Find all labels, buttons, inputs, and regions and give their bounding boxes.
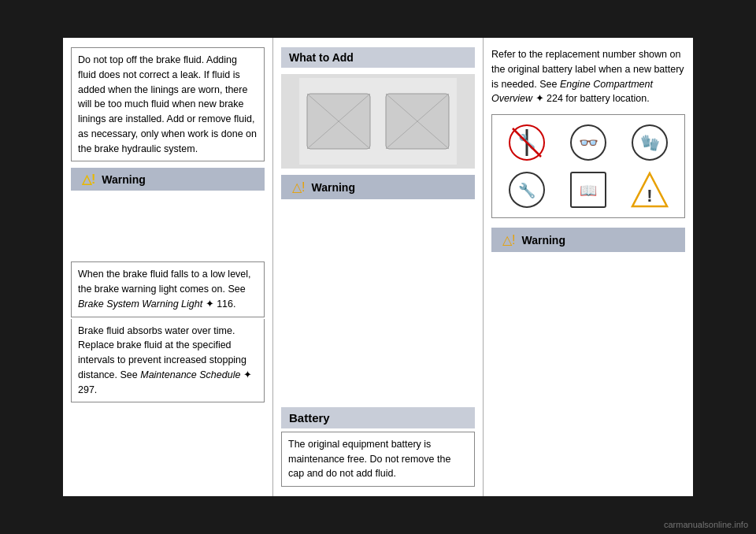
brake-absorbs-text: Brake fluid absorbs water over time. Rep… — [71, 319, 265, 403]
brake-warning-text: When the brake fluid falls to a low leve… — [71, 261, 265, 317]
battery-text: The original equipment battery is mainte… — [281, 432, 475, 487]
warning-triangle-icon-col2: △! — [292, 180, 305, 195]
svg-text:📖: 📖 — [580, 182, 598, 199]
goggles-icon: 👓 — [561, 123, 615, 162]
svg-text:!: ! — [647, 186, 652, 206]
gloves-icon: 🧤 — [623, 123, 676, 162]
manual-icon: 📖 — [561, 170, 615, 210]
svg-text:🔧: 🔧 — [518, 182, 536, 199]
no-tools-icon: 🔧 — [500, 123, 554, 162]
warning-badge-col2: △! Warning — [281, 175, 475, 199]
column-1: Do not top off the brake fluid. Adding f… — [63, 38, 273, 496]
what-to-add-image — [281, 74, 475, 169]
what-to-add-heading: What to Add — [281, 47, 475, 68]
svg-text:🧤: 🧤 — [640, 133, 660, 152]
wrench-crossed-icon: 🔧 — [500, 170, 554, 210]
warning-label-col3: Warning — [521, 234, 565, 247]
warning-label-col2: Warning — [311, 181, 354, 194]
battery-icons-box: 🔧 👓 🧤 — [491, 114, 685, 218]
refer-text: Refer to the replacement number shown on… — [491, 47, 685, 106]
caution-icon: ! — [623, 170, 676, 210]
warning-badge-col3: △! Warning — [491, 228, 685, 252]
battery-heading: Battery — [281, 407, 475, 428]
warning-badge-col1: △! Warning — [71, 168, 265, 191]
warning-triangle-icon-col3: △! — [502, 232, 515, 247]
warning-label-col1: Warning — [102, 173, 145, 186]
svg-text:👓: 👓 — [579, 133, 598, 152]
column-3: Refer to the replacement number shown on… — [484, 38, 693, 496]
brake-fluid-intro-text: Do not top off the brake fluid. Adding f… — [71, 47, 265, 161]
warning-triangle-icon-col1: △! — [82, 172, 95, 187]
column-2: What to Add △! Warning Battery Th — [273, 38, 484, 496]
watermark: carmanualsonline.info — [664, 520, 748, 529]
